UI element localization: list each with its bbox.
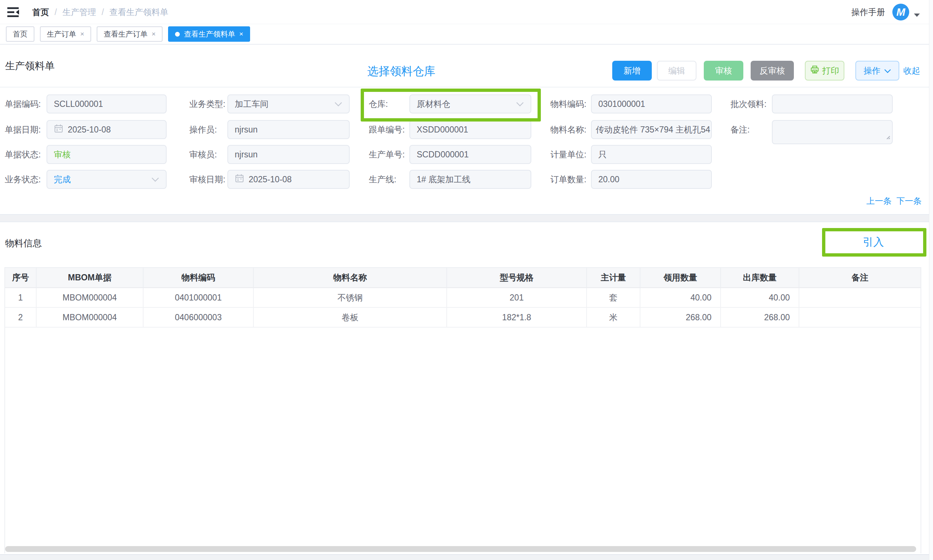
section-separator	[0, 214, 933, 222]
breadcrumb-separator: /	[55, 7, 57, 17]
material-code-value: 0301000001	[598, 99, 645, 109]
material-name-label: 物料名称:	[550, 120, 586, 139]
audit-date-field[interactable]: 2025-10-08	[227, 170, 350, 189]
operator-value: njrsun	[235, 125, 258, 135]
operator-label: 操作员:	[189, 120, 217, 139]
cell-material-code: 0406000003	[143, 308, 254, 328]
remark-label: 备注:	[730, 120, 750, 139]
warehouse-select[interactable]: 原材料仓	[410, 94, 531, 114]
cell-seq: 1	[5, 288, 37, 308]
manual-link[interactable]: 操作手册	[851, 0, 885, 24]
material-code-label: 物料编码:	[550, 94, 586, 114]
doc-status-label: 单据状态:	[5, 145, 41, 164]
doc-date-label: 单据日期:	[5, 120, 41, 139]
col-header-mbom: MBOM单据	[37, 268, 143, 288]
next-record-link[interactable]: 下一条	[896, 195, 922, 207]
calendar-icon	[235, 174, 244, 185]
biz-status-value: 完成	[54, 174, 71, 185]
cell-remark	[799, 308, 921, 328]
tab-close-icon[interactable]: ×	[239, 30, 243, 38]
tab-close-icon[interactable]: ×	[152, 30, 156, 38]
col-header-material-name: 物料名称	[254, 268, 447, 288]
horizontal-scrollbar[interactable]	[5, 546, 916, 552]
batch-pick-field[interactable]	[772, 94, 893, 114]
printer-icon	[810, 65, 819, 76]
follow-no-value: XSDD000001	[417, 125, 468, 135]
col-header-spec: 型号规格	[447, 268, 587, 288]
order-qty-field[interactable]: 20.00	[591, 170, 712, 189]
prev-record-link[interactable]: 上一条	[866, 195, 891, 207]
auditor-label: 审核员:	[189, 145, 217, 164]
chevron-down-icon	[884, 66, 891, 76]
tab-home[interactable]: 首页	[6, 26, 34, 42]
tab-close-icon[interactable]: ×	[80, 30, 84, 38]
tab-view-production-order[interactable]: 查看生产订单 ×	[97, 26, 163, 42]
avatar-caret-down-icon[interactable]	[914, 14, 920, 17]
table-row[interactable]: 2 MBOM000004 0406000003 卷板 182*1.8 米 268…	[5, 308, 921, 328]
col-header-remark: 备注	[799, 268, 921, 288]
material-code-field[interactable]: 0301000001	[591, 94, 712, 114]
operator-field[interactable]: njrsun	[227, 120, 350, 139]
cell-material-name: 卷板	[254, 308, 447, 328]
cell-spec: 182*1.8	[447, 308, 587, 328]
vertical-scrollbar-track[interactable]	[929, 0, 933, 560]
add-button[interactable]: 新增	[612, 61, 652, 80]
chevron-down-icon	[151, 175, 159, 185]
cell-requisition-qty: 268.00	[640, 308, 721, 328]
doc-status-field[interactable]: 审核	[46, 145, 166, 164]
follow-no-field[interactable]: XSDD000001	[410, 120, 531, 139]
tab-production-order[interactable]: 生产订单 ×	[40, 26, 91, 42]
col-header-requisition-qty: 领用数量	[640, 268, 721, 288]
unaudit-button[interactable]: 反审核	[751, 61, 794, 80]
active-tab-dot-icon	[175, 32, 180, 37]
actions-button-label: 操作	[864, 65, 881, 77]
doc-date-value: 2025-10-08	[68, 125, 111, 135]
remark-textarea[interactable]	[772, 120, 893, 144]
resize-handle-icon[interactable]	[885, 132, 890, 142]
biz-status-select[interactable]: 完成	[46, 170, 166, 189]
auditor-value: njrsun	[235, 150, 258, 160]
tab-label: 查看生产领料单	[184, 29, 235, 39]
annotation-select-warehouse: 选择领料仓库	[367, 64, 436, 79]
prod-line-label: 生产线:	[369, 170, 396, 189]
cell-requisition-qty: 40.00	[640, 288, 721, 308]
edit-button[interactable]: 编辑	[657, 61, 696, 80]
sidebar-collapse-icon[interactable]	[6, 6, 20, 18]
cell-mbom: MBOM000004	[37, 308, 143, 328]
actions-dropdown-button[interactable]: 操作	[855, 61, 899, 80]
doc-status-value: 审核	[54, 149, 71, 160]
print-button-label: 打印	[822, 65, 839, 77]
doc-code-field[interactable]: SCLL000001	[46, 94, 166, 114]
chevron-down-icon	[516, 99, 524, 109]
biz-type-select[interactable]: 加工车间	[227, 94, 350, 114]
cell-mbom: MBOM000004	[37, 288, 143, 308]
tabbar: 首页 生产订单 × 查看生产订单 × 查看生产领料单 ×	[0, 24, 933, 45]
material-name-field[interactable]: 传动皮轮件 735×794 主机孔54	[591, 120, 712, 139]
doc-code-label: 单据编码:	[5, 94, 41, 114]
prod-order-field[interactable]: SCDD000001	[410, 145, 531, 164]
table-row[interactable]: 1 MBOM000004 0401000001 不锈钢 201 套 40.00 …	[5, 288, 921, 308]
print-button[interactable]: 打印	[805, 61, 844, 80]
prod-line-field[interactable]: 1# 底架加工线	[410, 170, 531, 189]
breadcrumb-home[interactable]: 首页	[32, 6, 49, 18]
audit-button[interactable]: 审核	[704, 61, 743, 80]
breadcrumb-production-management[interactable]: 生产管理	[62, 6, 96, 18]
unit-field[interactable]: 只	[591, 145, 712, 164]
biz-type-value: 加工车间	[235, 98, 268, 110]
avatar[interactable]: M	[892, 4, 909, 20]
auditor-field[interactable]: njrsun	[227, 145, 350, 164]
tab-view-material-requisition[interactable]: 查看生产领料单 ×	[168, 26, 250, 42]
import-button[interactable]: 引入	[825, 231, 921, 254]
cell-spec: 201	[447, 288, 587, 308]
cell-outbound-qty: 268.00	[721, 308, 799, 328]
breadcrumb: 首页 / 生产管理 / 查看生产领料单	[32, 0, 168, 24]
audit-date-value: 2025-10-08	[249, 175, 292, 185]
warehouse-label: 仓库:	[369, 94, 388, 114]
doc-date-field[interactable]: 2025-10-08	[46, 120, 166, 139]
col-header-seq: 序号	[5, 268, 37, 288]
collapse-panel-link[interactable]: 收起	[903, 61, 920, 80]
unit-label: 计量单位:	[550, 145, 586, 164]
materials-section-title: 物料信息	[5, 237, 42, 249]
chevron-down-icon	[334, 99, 342, 109]
col-header-outbound-qty: 出库数量	[721, 268, 799, 288]
